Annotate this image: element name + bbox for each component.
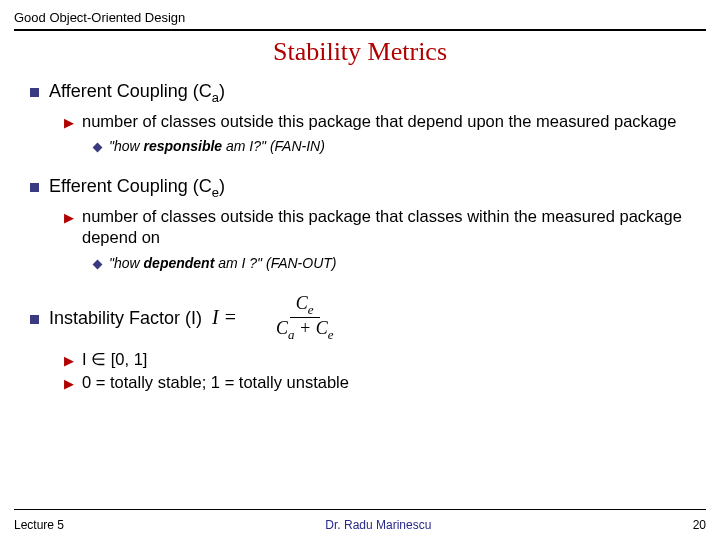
slide-content: Afferent Coupling (Ca) ▶ number of class…: [0, 81, 720, 394]
heading-text: Afferent Coupling (Ca): [49, 81, 225, 105]
triangle-bullet-icon: ▶: [64, 353, 74, 370]
note-text: "how responsible am I?" (FAN-IN): [109, 138, 325, 154]
heading-text: Efferent Coupling (Ce): [49, 176, 225, 200]
note-post: am I ?" (FAN-OUT): [214, 255, 336, 271]
note-bold: responsible: [144, 138, 223, 154]
sub-text: number of classes outside this package t…: [82, 111, 676, 132]
note-post: am I?" (FAN-IN): [222, 138, 325, 154]
slide-footer: Lecture 5 Dr. Radu Marinescu 20: [14, 518, 706, 532]
sub-text: number of classes outside this package t…: [82, 206, 690, 249]
triangle-bullet-icon: ▶: [64, 115, 74, 132]
note-text: "how dependent am I ?" (FAN-OUT): [109, 255, 336, 271]
square-bullet-icon: [30, 315, 39, 324]
note-pre: "how: [109, 255, 144, 271]
footer-rule: [14, 509, 706, 510]
sub-text: I ∈ [0, 1]: [82, 349, 147, 370]
square-bullet-icon: [30, 88, 39, 97]
header-rule: [14, 29, 706, 31]
instability-formula: I = Ce Ca + Ce: [212, 293, 339, 343]
sub-text: 0 = totally stable; 1 = totally unstable: [82, 372, 349, 393]
heading-text: Instability Factor (I): [49, 308, 202, 329]
footer-center: Dr. Radu Marinescu: [325, 518, 431, 532]
footer-left: Lecture 5: [14, 518, 64, 532]
heading-post: ): [219, 176, 225, 196]
note-pre: "how: [109, 138, 144, 154]
square-bullet-icon: [30, 183, 39, 192]
course-header: Good Object-Oriented Design: [0, 0, 720, 27]
heading-sub: e: [212, 185, 219, 200]
formula-lhs: I: [212, 306, 219, 329]
slide-title: Stability Metrics: [0, 37, 720, 67]
bullet-instability: Instability Factor (I) I = Ce Ca + Ce ▶ …: [30, 293, 690, 394]
bullet-efferent: Efferent Coupling (Ce) ▶ number of class…: [30, 176, 690, 270]
footer-page-number: 20: [693, 518, 706, 532]
heading-post: ): [219, 81, 225, 101]
triangle-bullet-icon: ▶: [64, 376, 74, 393]
formula-numerator: Ce: [290, 293, 320, 319]
triangle-bullet-icon: ▶: [64, 210, 74, 227]
diamond-bullet-icon: [93, 259, 103, 269]
bullet-afferent: Afferent Coupling (Ca) ▶ number of class…: [30, 81, 690, 154]
heading-pre: Afferent Coupling (C: [49, 81, 212, 101]
heading-pre: Efferent Coupling (C: [49, 176, 212, 196]
heading-sub: a: [212, 90, 219, 105]
equals-sign: =: [225, 306, 236, 329]
formula-denominator: Ca + Ce: [270, 318, 339, 343]
diamond-bullet-icon: [93, 143, 103, 153]
note-bold: dependent: [144, 255, 215, 271]
